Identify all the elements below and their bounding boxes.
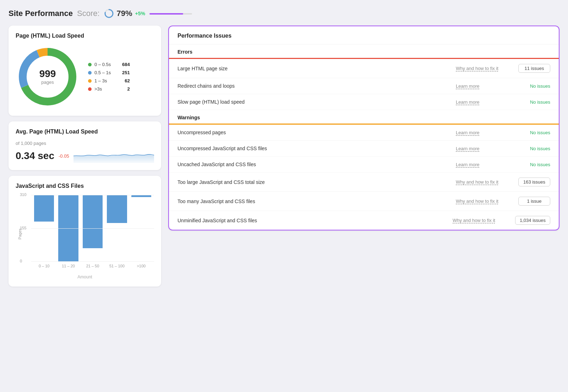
legend-item-0: 0 – 0.5s 684: [88, 62, 130, 67]
issue-row-slow-page: Slow page (HTML) load speed Learn more N…: [169, 94, 559, 110]
avg-speed-value: 0.34 sec: [16, 150, 54, 162]
score-circle: 79% +5%: [104, 9, 145, 18]
score-bar-fill: [149, 13, 183, 15]
donut-center-number: 999: [39, 69, 56, 80]
avg-speed-subtitle: of 1,000 pages: [16, 141, 154, 146]
issue-link-redirect[interactable]: Learn more: [456, 83, 513, 89]
legend-item-3: >3s 2: [88, 86, 130, 92]
score-delta: +5%: [135, 11, 145, 16]
issue-link-uncached-js[interactable]: Learn more: [456, 162, 513, 167]
y-axis-label: Pages: [18, 228, 22, 239]
issue-name-uncompressed-pages: Uncompressed pages: [178, 130, 450, 135]
grid-label-310: 310: [20, 192, 26, 197]
issue-row-uncompressed-pages: Uncompressed pages Learn more No issues: [169, 125, 559, 141]
issue-name-too-many-js: Too many JavaScript and CSS files: [178, 198, 450, 204]
issue-row-large-js-total: Too large JavaScript and CSS total size …: [169, 173, 559, 192]
issue-link-large-js-total[interactable]: Why and how to fix it: [456, 179, 513, 185]
issue-status-uncached-js: No issues: [518, 162, 550, 167]
panel-header: Performance Issues: [169, 26, 559, 44]
bar-fill-0: [34, 195, 54, 222]
legend-item-2: 1 – 3s 62: [88, 78, 130, 83]
x-label-2: 21 – 50: [83, 264, 103, 268]
issue-badge-too-many-js: 1 issue: [518, 197, 550, 206]
legend-range-0: 0 – 0.5s: [94, 62, 119, 67]
page-title: Site Performance: [9, 9, 73, 18]
issue-name-uncompressed-js: Uncompressed JavaScript and CSS files: [178, 146, 450, 151]
legend-count-0: 684: [122, 62, 130, 67]
grid-label-155: 155: [20, 226, 26, 230]
issue-name-large-js-total: Too large JavaScript and CSS total size: [178, 179, 450, 185]
issue-status-redirect: No issues: [518, 83, 550, 89]
bar-fill-2: [83, 195, 103, 248]
score-percent: 79%: [117, 9, 132, 18]
issue-link-too-many-js[interactable]: Why and how to fix it: [456, 198, 513, 204]
issue-row-uncached-js: Uncached JavaScript and CSS files Learn …: [169, 157, 559, 173]
score-progress-bar: [149, 13, 192, 15]
grid-line-top: 310: [31, 195, 154, 195]
grid-line-mid: 155: [31, 228, 154, 229]
score-circle-icon: [104, 9, 114, 18]
issue-row-uncompressed-js: Uncompressed JavaScript and CSS files Le…: [169, 141, 559, 157]
issue-badge-large-html: 11 issues: [518, 64, 550, 73]
avg-speed-row: 0.34 sec -0.05: [16, 149, 154, 163]
x-label-1: 11 – 20: [58, 264, 78, 268]
issue-badge-large-js-total: 163 issues: [518, 178, 550, 186]
issue-link-large-html[interactable]: Why and how to fix it: [456, 66, 513, 71]
x-labels: 0 – 10 11 – 20 21 – 50 51 – 100 >100: [31, 264, 154, 268]
issue-name-slow-page: Slow page (HTML) load speed: [178, 99, 450, 105]
issue-row-too-many-js: Too many JavaScript and CSS files Why an…: [169, 192, 559, 211]
legend-count-1: 251: [122, 70, 130, 75]
chart-grid: 310 155 0: [31, 195, 154, 262]
main-layout: Page (HTML) Load Speed 999 pages: [9, 26, 559, 287]
load-speed-card: Page (HTML) Load Speed 999 pages: [9, 26, 161, 116]
performance-issues-panel: Performance Issues Errors Large HTML pag…: [168, 26, 559, 230]
sparkline: [73, 149, 154, 163]
donut-center: 999 pages: [39, 69, 56, 85]
issue-link-uncompressed-js[interactable]: Learn more: [456, 146, 513, 151]
legend-dot-green: [88, 63, 92, 66]
issue-row-unminified-js: Unminified JavaScript and CSS files Why …: [169, 211, 559, 230]
issue-status-uncompressed-pages: No issues: [518, 130, 550, 135]
issue-link-uncompressed-pages[interactable]: Learn more: [456, 130, 513, 135]
issue-link-unminified-js[interactable]: Why and how to fix it: [453, 218, 509, 223]
issue-name-uncached-js: Uncached JavaScript and CSS files: [178, 162, 450, 167]
issue-status-uncompressed-js: No issues: [518, 146, 550, 151]
issue-status-slow-page: No issues: [518, 99, 550, 105]
legend-count-3: 2: [127, 86, 130, 92]
legend-count-2: 62: [125, 78, 130, 83]
donut-container: 999 pages 0 – 0.5s 684 0.5 – 1s 251: [16, 45, 154, 109]
legend-item-1: 0.5 – 1s 251: [88, 70, 130, 75]
issue-link-slow-page[interactable]: Learn more: [456, 99, 513, 105]
js-css-title: JavaScript and CSS Files: [16, 183, 154, 189]
errors-section-header: Errors: [169, 44, 559, 58]
x-axis-label: Amount: [16, 274, 154, 279]
legend-range-1: 0.5 – 1s: [94, 70, 119, 75]
load-speed-title: Page (HTML) Load Speed: [16, 33, 154, 39]
avg-speed-title: Avg. Page (HTML) Load Speed: [16, 129, 154, 135]
panel-title: Performance Issues: [178, 33, 231, 39]
x-label-3: 51 – 100: [107, 264, 127, 268]
left-column: Page (HTML) Load Speed 999 pages: [9, 26, 161, 287]
donut-legend: 0 – 0.5s 684 0.5 – 1s 251 1 – 3s 62: [88, 62, 130, 92]
avg-speed-card: Avg. Page (HTML) Load Speed of 1,000 pag…: [9, 121, 161, 170]
avg-speed-delta: -0.05: [59, 153, 69, 159]
donut-chart: 999 pages: [16, 45, 80, 109]
grid-line-bottom: 0: [31, 261, 154, 262]
bar-fill-3: [107, 195, 127, 223]
legend-range-3: >3s: [94, 86, 119, 92]
legend-dot-yellow: [88, 79, 92, 83]
warnings-section-header: Warnings: [169, 110, 559, 124]
legend-range-2: 1 – 3s: [94, 78, 119, 83]
grid-label-0: 0: [20, 259, 22, 263]
page-header: Site Performance Score: 79% +5%: [9, 9, 559, 18]
x-label-4: >100: [131, 264, 151, 268]
js-css-card: JavaScript and CSS Files Pages 310 155 0: [9, 176, 161, 287]
donut-center-label: pages: [39, 80, 56, 85]
x-label-0: 0 – 10: [34, 264, 54, 268]
issue-row-large-html: Large HTML page size Why and how to fix …: [169, 59, 559, 78]
issue-row-redirect: Redirect chains and loops Learn more No …: [169, 78, 559, 94]
legend-dot-red: [88, 87, 92, 91]
issue-badge-unminified-js: 1,034 issues: [515, 216, 550, 225]
score-label: Score:: [77, 9, 100, 18]
warnings-title: Warnings: [178, 115, 200, 120]
